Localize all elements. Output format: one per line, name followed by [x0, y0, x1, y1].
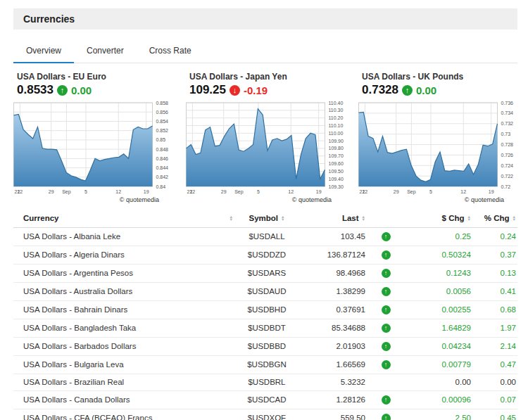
table-header: Currency▲▼Symbol▲▼Last▲▼$ Chg▲▼% Chg▲▼	[13, 209, 517, 228]
direction-cell: ↑	[365, 228, 406, 246]
direction-cell: ↑	[365, 356, 406, 374]
tab-cross-rate[interactable]: Cross Rate	[137, 40, 204, 63]
percent-change: 0.68	[471, 301, 517, 319]
svg-text:109.80: 109.80	[329, 146, 344, 151]
percent-change: 0.07	[471, 391, 517, 409]
column-header-dollar-chg[interactable]: $ Chg▲▼	[406, 209, 471, 228]
svg-text:Sep: Sep	[407, 189, 416, 195]
svg-text:0.724: 0.724	[501, 163, 514, 168]
chart-price-row: 0.8533↑0.00	[13, 83, 177, 97]
column-header-pct-chg[interactable]: % Chg▲▼	[471, 209, 517, 228]
currency-symbol: $USDXOF	[233, 409, 301, 420]
dollar-change: 1.64829	[406, 319, 471, 338]
chart-price-row: 0.7328↑0.00	[358, 83, 522, 97]
last-price: 5.3232	[301, 374, 365, 391]
dollar-change: 0.00	[406, 374, 471, 391]
direction-cell: ↑	[365, 301, 406, 319]
last-price: 98.4968	[301, 265, 365, 283]
sort-icon: ▲▼	[467, 215, 471, 222]
column-label: Last	[342, 214, 359, 222]
last-price: 85.34688	[301, 319, 365, 338]
svg-text:0.848: 0.848	[156, 147, 169, 152]
direction-cell: ↑	[365, 246, 406, 265]
table-row: USA Dollars - Bahrain Dinars$USDBHD0.376…	[13, 301, 517, 319]
last-price: 103.45	[301, 228, 365, 246]
chart-last-price: 0.8533	[17, 83, 54, 97]
tab-converter[interactable]: Converter	[74, 40, 137, 63]
percent-change: 0.00	[471, 374, 517, 391]
currency-symbol: $USDBHD	[233, 301, 301, 319]
dollar-change: 0.04234	[406, 338, 471, 356]
last-price: 1.66569	[301, 356, 365, 374]
up-arrow-icon: ↑	[382, 395, 391, 405]
svg-text:109.90: 109.90	[329, 139, 344, 144]
direction-cell: ↑	[365, 338, 406, 356]
svg-text:0.846: 0.846	[156, 156, 169, 161]
svg-text:19: 19	[144, 189, 149, 194]
chart-change-value: 0.00	[71, 84, 92, 96]
svg-text:110.40: 110.40	[329, 101, 344, 106]
svg-text:29: 29	[49, 189, 54, 194]
svg-text:0.734: 0.734	[501, 110, 514, 115]
tab-overview[interactable]: Overview	[13, 40, 74, 63]
percent-change: 0.41	[471, 283, 517, 301]
percent-change: 0.37	[471, 246, 517, 265]
svg-text:0.852: 0.852	[156, 128, 169, 133]
direction-cell: ↑	[365, 283, 406, 301]
currency-symbol: $USDALL	[233, 228, 301, 246]
area-chart: 0.8580.8560.8540.8520.850.8480.8460.8440…	[13, 101, 177, 197]
tab-bar: OverviewConverterCross Rate	[13, 40, 517, 63]
column-header-last[interactable]: Last▲▼	[301, 209, 365, 228]
currency-symbol: $USDBRL	[233, 374, 301, 391]
svg-text:19: 19	[489, 189, 494, 194]
svg-text:0.854: 0.854	[156, 119, 169, 124]
up-arrow-icon: ↑	[382, 232, 391, 241]
direction-cell: ↑	[365, 319, 406, 338]
chart-title: USA Dollars - Japan Yen	[186, 72, 350, 82]
direction-cell: ↑	[365, 409, 406, 420]
svg-text:22: 22	[362, 189, 367, 194]
svg-text:19: 19	[316, 189, 322, 194]
percent-change: 0.24	[471, 228, 517, 246]
svg-text:0.722: 0.722	[501, 174, 514, 179]
currency-symbol: $USDBBD	[233, 338, 301, 356]
column-label: $ Chg	[442, 214, 465, 222]
column-label: Symbol	[249, 214, 279, 222]
percent-change: 1.97	[471, 319, 517, 338]
table-row: USA Dollars - Barbados Dollars$USDBBD2.0…	[13, 338, 517, 356]
quotemedia-attribution: © quotemedia	[13, 196, 177, 203]
chart-change-value: 0.00	[416, 84, 436, 96]
chart-title: USA Dollars - EU Euro	[13, 72, 177, 82]
svg-text:5: 5	[257, 189, 260, 194]
svg-text:109.70: 109.70	[329, 153, 344, 158]
svg-text:Sep: Sep	[234, 189, 244, 195]
sort-icon: ▲▼	[362, 215, 365, 222]
sort-icon: ▲▼	[513, 215, 516, 222]
svg-text:0.732: 0.732	[501, 121, 514, 126]
svg-text:0.728: 0.728	[501, 142, 514, 147]
up-arrow-icon: ↑	[57, 85, 68, 96]
chart-title: USA Dollars - UK Pounds	[358, 72, 522, 82]
column-header-arrow	[365, 209, 406, 228]
currency-name: USA Dollars - CFA (BCEAO) Francs	[13, 409, 233, 420]
currencies-table: Currency▲▼Symbol▲▼Last▲▼$ Chg▲▼% Chg▲▼ U…	[13, 209, 517, 420]
last-price: 1.38299	[301, 283, 365, 301]
svg-text:110.10: 110.10	[329, 123, 344, 128]
up-arrow-icon: ↑	[382, 360, 391, 369]
currency-symbol: $USDARS	[233, 265, 301, 283]
up-arrow-icon: ↑	[382, 287, 391, 296]
chart-change-value: -0.19	[244, 84, 268, 96]
svg-text:0.856: 0.856	[156, 110, 169, 115]
svg-text:0.73: 0.73	[501, 132, 511, 136]
column-header-currency[interactable]: Currency▲▼	[13, 209, 233, 228]
currency-name: USA Dollars - Canada Dollars	[13, 391, 233, 409]
svg-text:22: 22	[17, 189, 23, 194]
dollar-change: 0.0056	[406, 283, 471, 301]
svg-text:109.50: 109.50	[329, 169, 344, 174]
svg-text:110.20: 110.20	[329, 115, 344, 120]
column-header-symbol[interactable]: Symbol▲▼	[233, 209, 301, 228]
chart-last-price: 0.7328	[362, 83, 398, 97]
svg-text:0.844: 0.844	[156, 165, 169, 170]
svg-text:0.72: 0.72	[501, 184, 511, 189]
column-label: Currency	[23, 214, 59, 222]
